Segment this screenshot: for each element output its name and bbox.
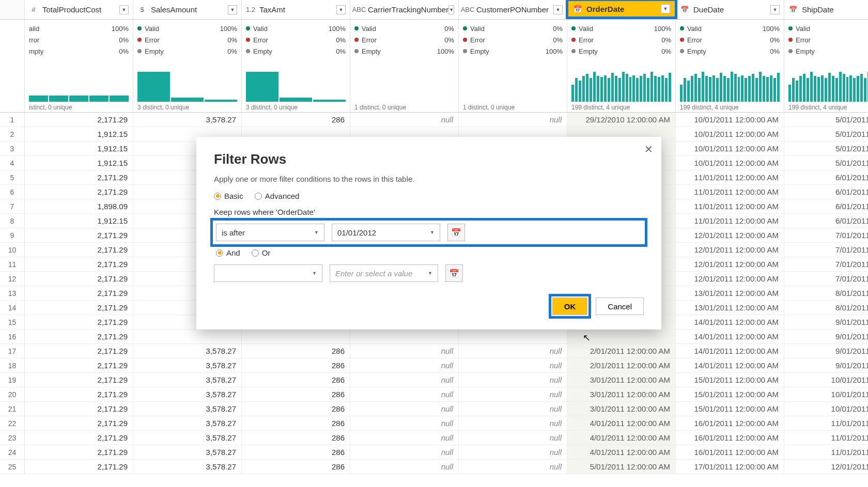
cell[interactable]: 2,171.29 [25, 460, 133, 474]
cell[interactable]: 12/01/2011 12:00:00 AM [676, 228, 784, 242]
cell[interactable]: 2,171.29 [25, 170, 133, 184]
cell[interactable]: 6/01/2011 12:0 [784, 185, 868, 199]
cell[interactable]: 16/01/2011 12:00:00 AM [676, 431, 784, 445]
column-header-shipdate[interactable]: 📅ShipDate▼ [784, 0, 868, 19]
cell[interactable]: null [459, 445, 567, 459]
cell[interactable]: 2,171.29 [25, 445, 133, 459]
column-header-customerponumber[interactable]: ABCCustomerPONumber▼ [459, 0, 567, 19]
cell[interactable]: null [459, 373, 567, 387]
cell[interactable]: 3,578.27 [133, 460, 242, 474]
operator-select-1[interactable]: is after▼ [216, 224, 324, 241]
cell[interactable]: 286 [242, 344, 350, 358]
radio-or[interactable]: Or [252, 248, 271, 257]
cell[interactable]: 1,912.15 [25, 156, 133, 170]
operator-select-2[interactable]: ▼ [214, 264, 322, 282]
cell[interactable] [350, 329, 459, 343]
cell[interactable]: 286 [242, 431, 350, 445]
cell[interactable]: 15/01/2011 12:00:00 AM [676, 402, 784, 416]
cell[interactable] [242, 329, 350, 343]
value-input-2[interactable]: Enter or select a value▼ [330, 264, 438, 282]
column-header-carriertrackingnumber[interactable]: ABCCarrierTrackingNumber▼ [350, 0, 459, 19]
column-header-totalproductcost[interactable]: #TotalProductCost▼ [25, 0, 133, 19]
cell[interactable]: 4/01/2011 12:00:00 AM [567, 431, 676, 445]
cell[interactable]: 3/01/2011 12:00:00 AM [567, 402, 676, 416]
cell[interactable]: null [459, 387, 567, 401]
cell[interactable]: 7/01/2011 12:0 [784, 272, 868, 286]
cell[interactable]: 5/01/2011 12:0 [784, 156, 868, 170]
cell[interactable]: 3,578.27 [133, 358, 242, 372]
table-row[interactable]: 222,171.293,578.27286nullnull4/01/2011 1… [0, 416, 868, 431]
cell[interactable]: 2,171.29 [25, 431, 133, 445]
cell[interactable]: 286 [242, 358, 350, 372]
cell[interactable]: 15/01/2011 12:00:00 AM [676, 373, 784, 387]
cell[interactable]: null [350, 113, 459, 127]
cell[interactable]: 4/01/2011 12:00:00 AM [567, 445, 676, 459]
cell[interactable]: 13/01/2011 12:00:00 AM [676, 286, 784, 300]
cell[interactable]: 7/01/2011 12:0 [784, 228, 868, 242]
cell[interactable]: 17/01/2011 12:00:00 AM [676, 460, 784, 474]
cell[interactable]: null [350, 373, 459, 387]
cell[interactable]: null [459, 358, 567, 372]
cell[interactable]: 3,578.27 [133, 402, 242, 416]
cell[interactable]: 2,171.29 [25, 228, 133, 242]
cell[interactable]: null [350, 416, 459, 430]
cell[interactable]: null [459, 113, 567, 127]
cell[interactable]: 11/01/2011 12:00:00 AM [676, 185, 784, 199]
cell[interactable]: 286 [242, 445, 350, 459]
calendar-button-2[interactable]: 📅 [445, 264, 463, 282]
cell[interactable]: 2,171.29 [25, 113, 133, 127]
cell[interactable]: 3,578.27 [133, 344, 242, 358]
table-row[interactable]: 202,171.293,578.27286nullnull3/01/2011 1… [0, 387, 868, 402]
value-input-1[interactable]: 01/01/2012▼ [332, 224, 440, 241]
cell[interactable]: null [459, 416, 567, 430]
cell[interactable]: 9/01/2011 12:0 [784, 329, 868, 343]
cell[interactable]: 2,171.29 [25, 373, 133, 387]
cell[interactable]: 10/01/2011 12:00:00 AM [676, 142, 784, 155]
cell[interactable]: 15/01/2011 12:00:00 AM [676, 387, 784, 401]
table-row[interactable]: 172,171.293,578.27286nullnull2/01/2011 1… [0, 344, 868, 358]
cell[interactable]: 2/01/2011 12:00:00 AM [567, 344, 676, 358]
cell[interactable]: 9/01/2011 12:0 [784, 315, 868, 329]
cell[interactable]: 2,171.29 [25, 402, 133, 416]
cell[interactable]: 3,578.27 [133, 387, 242, 401]
table-row[interactable]: 242,171.293,578.27286nullnull4/01/2011 1… [0, 445, 868, 460]
cell[interactable]: 3,578.27 [133, 373, 242, 387]
cell[interactable]: null [350, 431, 459, 445]
cell[interactable]: 3,578.27 [133, 416, 242, 430]
cell[interactable]: 9/01/2011 12:0 [784, 344, 868, 358]
column-header-duedate[interactable]: 📅DueDate▼ [676, 0, 784, 19]
cell[interactable] [567, 329, 676, 343]
cell[interactable]: 2,171.29 [25, 315, 133, 329]
cell[interactable]: 286 [242, 113, 350, 127]
calendar-button-1[interactable]: 📅 [447, 224, 465, 241]
cell[interactable]: 10/01/2011 12:00:00 AM [676, 113, 784, 127]
cell[interactable]: null [350, 460, 459, 474]
cell[interactable]: 3/01/2011 12:00:00 AM [567, 373, 676, 387]
cell[interactable]: 16/01/2011 12:00:00 AM [676, 445, 784, 459]
cell[interactable]: 6/01/2011 12:0 [784, 214, 868, 228]
cell[interactable]: 11/01/2011 12:00:00 AM [676, 170, 784, 184]
cell[interactable]: 286 [242, 402, 350, 416]
cell[interactable]: 2,171.29 [25, 387, 133, 401]
cell[interactable]: 286 [242, 460, 350, 474]
chevron-down-icon[interactable]: ▼ [553, 5, 563, 14]
chevron-down-icon[interactable]: ▼ [661, 4, 670, 13]
cell[interactable]: 7/01/2011 12:0 [784, 243, 868, 257]
chevron-down-icon[interactable]: ▼ [336, 5, 346, 14]
cancel-button[interactable]: Cancel [596, 297, 644, 315]
cell[interactable]: 1,912.15 [25, 142, 133, 155]
cell[interactable]: 7/01/2011 12:0 [784, 257, 868, 271]
cell[interactable]: 3,578.27 [133, 113, 242, 127]
close-icon[interactable]: ✕ [644, 143, 653, 155]
cell[interactable]: 10/01/2011 12:0 [784, 387, 868, 401]
cell[interactable]: 1,912.15 [25, 214, 133, 228]
cell[interactable]: 8/01/2011 12:0 [784, 301, 868, 315]
cell[interactable]: 286 [242, 416, 350, 430]
cell[interactable]: 11/01/2011 12:00:00 AM [676, 199, 784, 213]
cell[interactable] [133, 329, 242, 343]
cell[interactable]: 12/01/2011 12:0 [784, 460, 868, 474]
table-row[interactable]: 182,171.293,578.27286nullnull2/01/2011 1… [0, 358, 868, 373]
cell[interactable] [459, 329, 567, 343]
column-header-salesamount[interactable]: $SalesAmount▼ [133, 0, 242, 19]
cell[interactable]: 2,171.29 [25, 358, 133, 372]
